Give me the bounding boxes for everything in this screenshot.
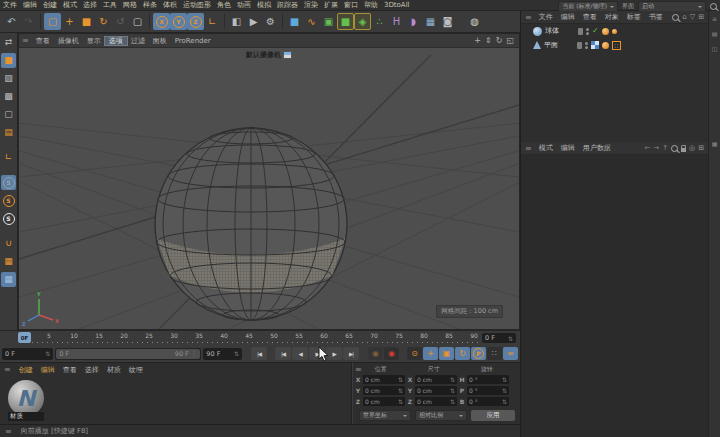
coordinate-value-field[interactable]: 0 cm⇅ (415, 397, 457, 406)
menubar-item-0[interactable]: 文件 (0, 1, 20, 9)
search-icon[interactable] (671, 145, 678, 152)
coordinate-system[interactable]: ∟ (204, 13, 221, 30)
timeline-playhead[interactable]: 0F (18, 332, 31, 343)
pin-icon[interactable]: ◎ (689, 144, 695, 152)
menubar-item-1[interactable]: 编辑 (20, 1, 40, 9)
material-menu-5[interactable]: 纹理 (125, 366, 147, 374)
viewport-menu-6[interactable]: ProRender (171, 37, 215, 45)
search-icon[interactable] (672, 14, 679, 21)
material-thumbnail[interactable]: N (8, 380, 44, 416)
key-pla-toggle[interactable]: ∷ (487, 347, 502, 360)
attribute-manager-menu-2[interactable]: 用户数据 (579, 144, 615, 152)
timeline-ruler[interactable]: 051015202530354045505560657075808590 0F … (0, 330, 520, 345)
material-name-label[interactable]: 材质 (8, 412, 44, 421)
display-swatch[interactable] (578, 28, 583, 35)
edge-mode[interactable]: ▢ (1, 107, 16, 122)
coordinate-space-dropdown[interactable]: 世界坐标 (359, 410, 411, 421)
hamburger-icon[interactable]: ≡ (525, 144, 532, 153)
phong-tag-icon[interactable] (602, 28, 609, 35)
enable-snap-magnet[interactable]: ∪ (1, 236, 16, 251)
field[interactable]: H (388, 13, 405, 30)
menubar-item-15[interactable]: 扩展 (321, 1, 341, 9)
model-mode[interactable]: ■ (1, 53, 16, 68)
frame-field-right[interactable]: 0 F ⇅ (482, 333, 516, 343)
coordinate-value-field[interactable]: 0 cm⇅ (363, 397, 405, 406)
coordinate-value-field[interactable]: 0 cm⇅ (415, 375, 457, 384)
back-arrow-icon[interactable]: ← (644, 144, 650, 152)
deformer[interactable]: ◈ (354, 13, 371, 30)
hamburger-icon[interactable]: ≡ (5, 427, 12, 436)
viewport-menu-3[interactable]: 选项 (105, 37, 127, 45)
panel-menu-icon[interactable]: ≡ (712, 15, 717, 22)
menubar-item-6[interactable]: 网格 (120, 1, 140, 9)
layout-tab-icon[interactable]: ▤ (712, 30, 718, 37)
key-rotation-toggle[interactable]: ↻ (455, 347, 470, 360)
menubar-item-12[interactable]: 模拟 (254, 1, 274, 9)
light-icon[interactable]: ◍ (466, 13, 483, 30)
visibility-dots[interactable] (586, 28, 589, 35)
lock-icon[interactable] (681, 148, 686, 152)
texture-mode[interactable]: ▨ (1, 71, 16, 86)
mesh-tools[interactable]: ▦ (422, 13, 439, 30)
material-menu-0[interactable]: 创建 (15, 366, 37, 374)
viewport-solo-single[interactable]: S (1, 193, 16, 208)
viewport-menu-0[interactable]: 查看 (32, 37, 54, 45)
spinner-icon[interactable]: ⇅ (45, 350, 50, 357)
menubar-item-14[interactable]: 渲染 (301, 1, 321, 9)
display-swatch[interactable] (577, 42, 582, 49)
menubar-item-10[interactable]: 角色 (214, 1, 234, 9)
apply-button[interactable]: 应用 (471, 410, 515, 421)
phong-tag-icon[interactable] (612, 29, 617, 34)
goto-end-button[interactable]: ▶| (343, 347, 359, 360)
hamburger-icon[interactable]: ≡ (4, 365, 11, 374)
autokey-button[interactable]: ◉ (384, 347, 399, 360)
key-scale-toggle[interactable]: ▣ (439, 347, 454, 360)
texture-tag-icon[interactable] (591, 41, 599, 49)
spinner-icon[interactable]: ⇅ (450, 398, 455, 405)
live-selection-tool[interactable]: ▢ (44, 13, 61, 30)
phong-tag-icon[interactable] (602, 42, 609, 49)
menubar-item-18[interactable]: 3DtoAll (381, 1, 413, 9)
add-icon[interactable]: ⊞ (698, 144, 704, 152)
up-arrow-icon[interactable]: ↑ (662, 144, 668, 152)
generator-cube[interactable]: ■ (337, 13, 354, 30)
attribute-manager-menu-1[interactable]: 编辑 (557, 144, 579, 152)
menubar-item-9[interactable]: 运动图形 (180, 1, 214, 9)
pan-view-icon[interactable]: + (474, 36, 481, 45)
simulate[interactable]: ◗ (405, 13, 422, 30)
add-icon[interactable]: ⊞ (698, 13, 704, 21)
redo-icon[interactable]: ↷ (20, 13, 37, 30)
play-backwards-button[interactable]: ◀ (292, 347, 308, 360)
viewport-solo-off[interactable]: S (1, 175, 16, 190)
menubar-item-11[interactable]: 动画 (234, 1, 254, 9)
render-view[interactable]: ◧ (228, 13, 245, 30)
toggle-layout-icon[interactable]: ◱ (506, 36, 514, 45)
render-to-picture-viewer[interactable]: ▶ (245, 13, 262, 30)
spinner-icon[interactable]: ⇅ (398, 398, 403, 405)
coordinate-value-field[interactable]: 0 cm⇅ (415, 386, 457, 395)
layout-tab-icon[interactable]: ▦ (712, 140, 718, 147)
zoom-view-icon[interactable]: ⇕ (485, 36, 492, 45)
rotate-view-icon[interactable]: ↻ (496, 36, 503, 45)
hamburger-icon[interactable]: ≡ (355, 365, 362, 374)
menubar-item-13[interactable]: 跟踪器 (274, 1, 301, 9)
viewport-menu-1[interactable]: 摄像机 (54, 37, 83, 45)
hamburger-icon[interactable]: ≡ (525, 13, 532, 22)
object-row[interactable]: 球体✓ (521, 24, 720, 38)
last-used-tool[interactable]: ↺ (112, 13, 129, 30)
camera-icon[interactable]: ◙ (439, 13, 456, 30)
keying-settings-button[interactable]: ≡ (503, 347, 518, 360)
viewport-canvas[interactable]: Y X Z (19, 47, 519, 329)
filter-icon[interactable]: ▽ (690, 13, 695, 21)
visibility-dots[interactable] (585, 42, 588, 49)
rect-selection-tool[interactable]: ▢ (129, 13, 146, 30)
prev-frame-button[interactable]: |◀ (275, 347, 291, 360)
viewport-menu-2[interactable]: 显示 (83, 37, 105, 45)
polygon-mode[interactable]: ▤ (1, 125, 16, 140)
spinner-icon[interactable]: ⇅ (450, 387, 455, 394)
range-grip-icon[interactable]: ⋮ (191, 350, 198, 358)
make-editable[interactable]: ⇄ (1, 35, 16, 50)
z-axis-lock[interactable]: Z (187, 13, 204, 30)
coordinate-value-field[interactable]: 0 °⇅ (467, 397, 509, 406)
coordinate-value-field[interactable]: 0 cm⇅ (363, 375, 405, 384)
